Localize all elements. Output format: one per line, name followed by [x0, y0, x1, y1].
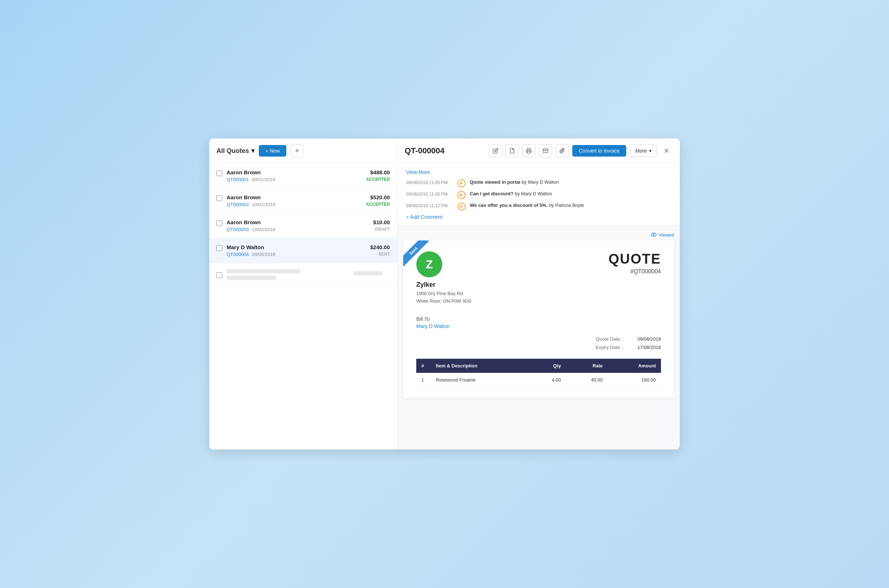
eye-icon: [651, 232, 657, 238]
bill-section: Bill To Mary D Walton: [416, 316, 661, 329]
list-item-name: Aaron Brown: [227, 219, 369, 225]
list-item-meta: QT000001 09/02/2018: [227, 177, 362, 182]
email-icon-button[interactable]: [539, 144, 552, 157]
comment-time: 09/08/2018 11:12 PM: [406, 202, 453, 208]
list-item-amount: $10.00: [373, 219, 390, 225]
list-item-right: $240.00 SENT: [370, 244, 390, 257]
main-content: Aaron Brown QT000001 09/02/2018 $488.00 …: [209, 164, 680, 450]
list-item-checkbox[interactable]: [217, 220, 222, 226]
reply-icon: [459, 204, 464, 208]
list-item-amount: $520.00: [366, 194, 390, 200]
company-address-line1: 1906 Dry Pine Bay Rd: [416, 290, 471, 298]
quote-preview-content: Z Zylker 1906 Dry Pine Bay Rd White Rive…: [403, 240, 674, 398]
list-item-right: $10.00 DRAFT: [373, 219, 390, 232]
convert-to-invoice-button[interactable]: Convert to Invoice: [572, 145, 626, 157]
list-item-meta: QT000002 10/02/2018: [227, 202, 362, 207]
svg-marker-2: [460, 194, 463, 197]
status-badge: SENT: [370, 252, 390, 257]
svg-point-4: [653, 234, 654, 236]
comment-bubble-icon: [459, 193, 464, 197]
list-item-name: Mary D Walton: [227, 244, 366, 250]
list-item[interactable]: Mary D Walton QT000004 09/08/2018 $240.0…: [209, 238, 397, 263]
list-item[interactable]: Aaron Brown QT000002 10/02/2018 $520.00 …: [209, 188, 397, 213]
col-qty: Qty: [529, 359, 566, 373]
comment-icon: [457, 179, 465, 188]
view-more-link[interactable]: View More: [406, 169, 671, 175]
list-item-checkbox[interactable]: [217, 245, 222, 251]
edit-icon-button[interactable]: [489, 144, 502, 157]
comment-text: We can offer you a discount of 5%. by Pa…: [470, 202, 671, 208]
placeholder-bar: [227, 276, 276, 280]
comment-row: 09/08/2018 11:12 PM We can offer you a d…: [406, 202, 671, 210]
bill-to-name[interactable]: Mary D Walton: [416, 323, 661, 329]
list-item-date: 10/02/2018: [251, 202, 275, 207]
company-address: 1906 Dry Pine Bay Rd White River, ON P0M…: [416, 290, 471, 305]
comment-time: 09/08/2018 11:05 PM: [406, 191, 453, 197]
expiry-date-row: Expiry Date : 17/08/2018: [588, 345, 661, 350]
dates-block: Quote Date : 09/08/2018 Expiry Date : 17…: [416, 336, 661, 351]
placeholder-right: [353, 271, 390, 278]
list-item[interactable]: Aaron Brown QT000001 09/02/2018 $488.00 …: [209, 164, 397, 188]
list-item-body: Aaron Brown QT000003 19/02/2018: [227, 219, 369, 232]
company-name: Zylker: [416, 281, 471, 289]
row-amount: 160.00: [608, 373, 661, 387]
quotes-title-text: All Quotes: [217, 147, 249, 155]
svg-rect-0: [527, 151, 530, 153]
status-badge: DRAFT: [373, 227, 390, 232]
attachment-icon: [559, 148, 565, 154]
quotes-title[interactable]: All Quotes ▾: [217, 147, 254, 155]
quote-label-text: QUOTE: [608, 251, 661, 267]
status-badge: ACCEPTED: [366, 202, 390, 207]
placeholder-bar: [353, 271, 383, 276]
new-button[interactable]: + New: [259, 145, 286, 157]
list-item-body: Aaron Brown QT000001 09/02/2018: [227, 169, 362, 182]
right-header: QT-000004: [397, 138, 680, 163]
list-item-date: 19/02/2018: [251, 227, 275, 232]
quote-label-block: QUOTE #QT000004: [608, 251, 661, 275]
col-amount: Amount: [608, 359, 661, 373]
comment-text: Quote viewed in portal by Mary D Walton: [470, 179, 671, 185]
list-item-checkbox[interactable]: [217, 272, 222, 278]
list-item-name: Aaron Brown: [227, 194, 362, 200]
list-item-id[interactable]: QT000004: [227, 252, 249, 257]
app-container: All Quotes ▾ + New ≡ QT-000004: [209, 138, 680, 450]
comment-text: Can I get discount? by Mary D Walton: [470, 191, 671, 196]
more-dropdown-arrow: ▾: [649, 148, 651, 154]
more-button[interactable]: More ▾: [630, 145, 657, 157]
list-item-checkbox[interactable]: [217, 195, 222, 201]
list-item-right: $488.00 ACCEPTED: [366, 169, 390, 182]
attachment-icon-button[interactable]: [556, 144, 569, 157]
list-item-id[interactable]: QT000002: [227, 202, 249, 207]
list-item-date: 09/02/2018: [251, 177, 275, 182]
email-icon: [543, 148, 548, 154]
list-item-checkbox[interactable]: [217, 170, 222, 176]
comment-row: 09/08/2018 11:05 PM Quote viewed in port…: [406, 179, 671, 188]
list-item-body: Mary D Walton QT000004 09/08/2018: [227, 244, 366, 257]
pdf-icon: [509, 148, 515, 154]
left-header: All Quotes ▾ + New ≡: [209, 138, 397, 163]
list-item[interactable]: Aaron Brown QT000003 19/02/2018 $10.00 D…: [209, 213, 397, 238]
close-button[interactable]: ✕: [660, 145, 672, 157]
quote-table: # Item & Description Qty Rate Amount 1: [416, 359, 661, 387]
list-item-id[interactable]: QT000001: [227, 177, 249, 182]
list-item-name: Aaron Brown: [227, 169, 362, 176]
list-item-id[interactable]: QT000003: [227, 227, 249, 232]
svg-marker-1: [460, 182, 463, 185]
company-address-line2: White River, ON P0M 3G0: [416, 298, 471, 305]
app-header: All Quotes ▾ + New ≡ QT-000004: [209, 138, 680, 164]
quote-table-header: # Item & Description Qty Rate Amount: [416, 359, 661, 373]
row-rate: 40.00: [566, 373, 608, 387]
menu-button[interactable]: ≡: [291, 144, 303, 157]
add-comment-link[interactable]: + Add Comment: [406, 214, 671, 220]
status-badge: ACCEPTED: [366, 177, 390, 182]
quote-preview-wrapper: Viewed Sent Z Zylker: [397, 226, 680, 450]
print-icon-button[interactable]: [522, 144, 536, 157]
edit-icon: [493, 148, 498, 154]
pdf-icon-button[interactable]: [506, 144, 519, 157]
quote-date-label: Quote Date :: [588, 336, 629, 342]
quote-number: #QT000004: [608, 268, 661, 275]
viewed-badge: Viewed: [403, 232, 674, 238]
more-button-label: More: [635, 148, 647, 154]
placeholder-row: [209, 263, 397, 286]
bill-to-label: Bill To: [416, 316, 661, 322]
